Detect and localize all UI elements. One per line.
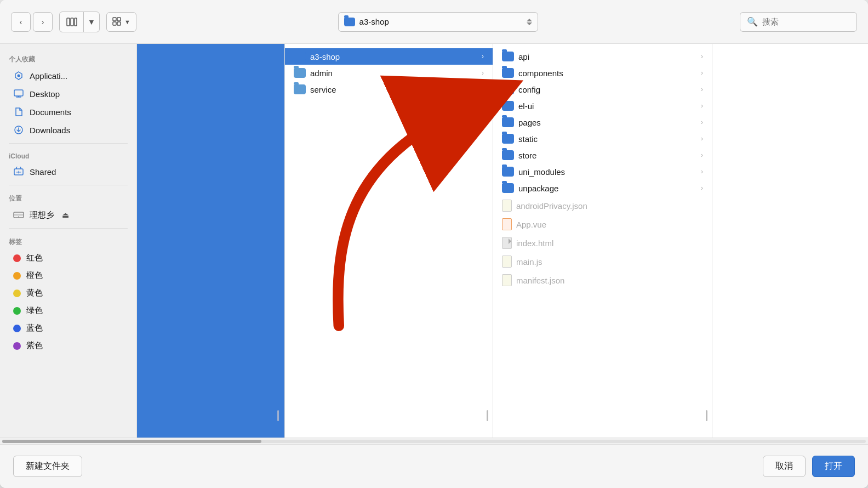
search-input[interactable] [762,17,850,26]
list-item[interactable]: main.js [493,252,712,271]
html-file-icon [502,237,512,249]
downloads-icon [13,124,24,135]
path-label: a3-shop [359,17,389,26]
documents-icon [13,106,24,117]
grid-chevron-icon: ▼ [124,19,130,25]
blue-tag-label: 蓝色 [26,323,43,333]
tags-section-title: 标签 [0,233,136,249]
item-name: api [518,52,696,61]
eject-icon[interactable]: ⏏ [62,211,69,219]
sidebar-item-orange[interactable]: 橙色 [4,267,132,284]
vue-file-icon [502,218,512,230]
search-bar[interactable]: 🔍 [740,12,857,32]
view-chevron-button[interactable]: ▼ [84,12,99,32]
chevron-right-icon: › [701,53,703,60]
sidebar-item-blue[interactable]: 蓝色 [4,320,132,337]
grid-toggle-button[interactable]: ▼ [106,12,136,32]
folder-icon [502,68,514,78]
svg-rect-2 [75,18,77,26]
sidebar-item-downloads[interactable]: Downloads [4,121,132,139]
desktop-icon [13,88,24,99]
back-button[interactable]: ‹ [11,12,31,32]
sidebar-item-green[interactable]: 绿色 [4,302,132,319]
path-bar[interactable]: a3-shop [338,12,539,32]
list-item[interactable]: index.html [493,234,712,252]
list-item[interactable]: service › [285,81,493,98]
new-folder-button[interactable]: 新建文件夹 [13,456,82,477]
blue-tag-dot [13,325,21,332]
file-column-3: api › components › config › el-ui › [493,44,712,438]
list-item[interactable]: config › [493,81,712,98]
list-item[interactable]: androidPrivacy.json [493,196,712,215]
green-tag-dot [13,307,21,315]
item-name: manifest.json [516,276,703,285]
list-item[interactable]: unpackage › [493,180,712,196]
chevron-right-icon: › [482,53,484,60]
folder-icon [502,167,514,177]
json-file-icon [502,274,512,286]
sidebar-item-yellow[interactable]: 黄色 [4,285,132,302]
cancel-button[interactable]: 取消 [763,456,806,477]
list-item[interactable]: admin › [285,65,493,81]
red-tag-label: 红色 [26,253,43,263]
folder-icon [502,101,514,111]
forward-button[interactable]: › [33,12,53,32]
svg-rect-1 [71,18,73,26]
green-tag-label: 绿色 [26,305,43,316]
list-item[interactable]: store › [493,147,712,163]
desktop-label: Desktop [30,89,60,99]
sidebar-item-lixiangxiang[interactable]: 理想乡 ⏏ [4,206,132,224]
chevron-right-icon: › [701,69,703,77]
scrollbar-thumb[interactable] [2,440,261,443]
purple-tag-label: 紫色 [26,341,43,351]
list-item[interactable]: static › [493,130,712,147]
svg-point-7 [18,75,20,77]
documents-label: Documents [30,107,71,117]
col3-handle [706,410,707,421]
item-name: pages [518,118,696,127]
list-item[interactable]: api › [493,48,712,65]
path-content: a3-shop [344,17,389,26]
bottom-bar: 新建文件夹 取消 打开 [0,444,868,488]
horizontal-scrollbar[interactable] [0,438,868,444]
drive-icon [13,209,24,220]
svg-rect-3 [113,18,116,21]
sidebar-item-shared[interactable]: Shared [4,163,132,180]
orange-tag-label: 橙色 [26,270,43,281]
col2-handle [487,410,488,421]
folder-icon [502,183,514,193]
list-item[interactable]: a3-shop › [285,48,493,65]
chevron-right-icon: › [482,69,484,77]
chevron-right-icon: › [701,86,703,93]
folder-icon [294,84,306,94]
scrollbar-track [2,440,866,443]
js-file-icon [502,256,512,268]
open-button[interactable]: 打开 [812,456,855,477]
folder-icon [502,150,514,160]
shared-icon [13,166,24,177]
yellow-tag-label: 黄色 [26,288,43,298]
divider-1 [9,143,128,144]
sidebar-item-red[interactable]: 红色 [4,249,132,266]
file-columns: a3-shop › admin › service › [137,44,868,438]
sidebar-item-purple[interactable]: 紫色 [4,337,132,354]
folder-icon [294,52,306,61]
list-item[interactable]: el-ui › [493,98,712,114]
item-name: unpackage [518,184,696,193]
sidebar-item-desktop[interactable]: Desktop [4,85,132,103]
list-item[interactable]: uni_modules › [493,163,712,180]
svg-rect-8 [14,90,23,96]
list-item[interactable]: pages › [493,114,712,130]
chevron-right-icon: › [701,184,703,192]
sidebar-item-applications[interactable]: Applicati... [4,67,132,84]
list-item[interactable]: App.vue [493,215,712,234]
column-view-button[interactable] [60,12,84,32]
sidebar-item-documents[interactable]: Documents [4,103,132,121]
item-name: components [518,69,696,78]
list-item[interactable]: manifest.json [493,271,712,290]
list-item[interactable]: components › [493,65,712,81]
chevron-right-icon: › [701,135,703,143]
applications-label: Applicati... [30,71,67,81]
path-stepper[interactable] [527,19,532,25]
chevron-right-icon: › [482,86,484,93]
